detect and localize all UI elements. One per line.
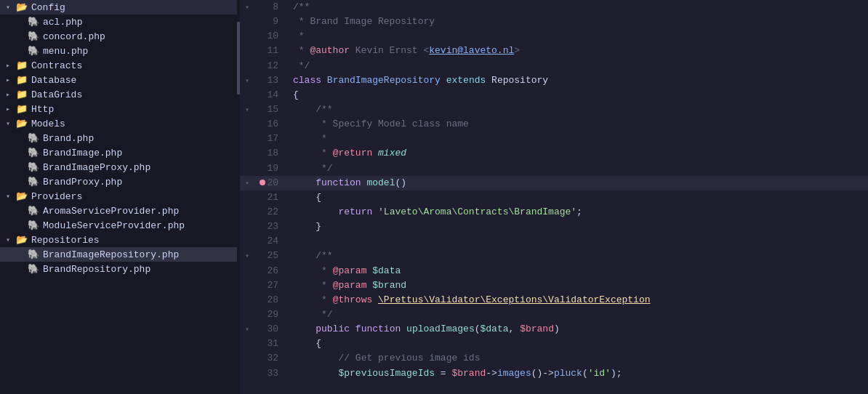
line-number: 16 bbox=[254, 117, 287, 132]
sidebar-item-datagrids-folder[interactable]: ▸ 📁 DataGrids bbox=[0, 87, 240, 102]
code-content: } bbox=[287, 220, 868, 234]
file-label: BrandProxy.php bbox=[43, 177, 240, 188]
arrow-icon: ▸ bbox=[6, 105, 16, 113]
sidebar-item-providers-folder[interactable]: ▾ 📂 Providers bbox=[0, 189, 240, 204]
code-line: 16 * Specify Model class name bbox=[240, 117, 868, 132]
sidebar-item-database-folder[interactable]: ▸ 📁 Database bbox=[0, 73, 240, 87]
sidebar-item-http-folder[interactable]: ▸ 📁 Http bbox=[0, 102, 240, 116]
code-content: * @author Kevin Ernst <kevin@laveto.nl> bbox=[287, 44, 868, 58]
fold-gutter[interactable]: ▾ bbox=[240, 0, 254, 15]
fold-gutter[interactable] bbox=[240, 278, 254, 293]
fold-gutter[interactable] bbox=[240, 366, 254, 381]
fold-gutter[interactable] bbox=[240, 29, 254, 44]
fold-gutter[interactable]: ▾ bbox=[240, 73, 254, 88]
file-icon: 🐘 bbox=[28, 45, 39, 57]
sidebar-item-concord-php[interactable]: 🐘 concord.php bbox=[0, 29, 240, 44]
code-line: 19 */ bbox=[240, 161, 868, 176]
file-label: Brand.php bbox=[43, 133, 240, 144]
code-content: /** bbox=[287, 249, 868, 263]
sidebar-item-aroma-provider[interactable]: 🐘 AromaServiceProvider.php bbox=[0, 204, 240, 218]
sidebar-item-brandimage-php[interactable]: 🐘 BrandImage.php bbox=[0, 145, 240, 160]
fold-gutter[interactable] bbox=[240, 161, 254, 176]
sidebar-item-menu-php[interactable]: 🐘 menu.php bbox=[0, 44, 240, 58]
line-number: 12 bbox=[254, 59, 287, 73]
arrow-icon: ▸ bbox=[6, 76, 16, 84]
code-line: 26 * @param $data bbox=[240, 264, 868, 278]
file-icon: 📂 bbox=[16, 234, 28, 246]
code-content: function model() bbox=[287, 176, 868, 190]
file-label: Config bbox=[31, 2, 240, 13]
file-label: AromaServiceProvider.php bbox=[43, 206, 240, 217]
code-line: 12 */ bbox=[240, 59, 868, 73]
fold-gutter[interactable]: ▾ bbox=[240, 176, 254, 190]
sidebar-item-brandproxy-php[interactable]: 🐘 BrandProxy.php bbox=[0, 174, 240, 189]
sidebar-item-contracts-folder[interactable]: ▸ 📁 Contracts bbox=[0, 58, 240, 73]
file-label: BrandRepository.php bbox=[43, 264, 240, 275]
fold-gutter[interactable] bbox=[240, 307, 254, 322]
fold-arrow-icon[interactable]: ▾ bbox=[245, 326, 249, 334]
fold-gutter[interactable]: ▾ bbox=[240, 322, 254, 337]
file-icon: 🐘 bbox=[28, 132, 39, 144]
fold-arrow-icon[interactable]: ▾ bbox=[245, 252, 249, 260]
line-number: 30 bbox=[254, 322, 287, 337]
line-number: 32 bbox=[254, 351, 287, 366]
code-content: /** bbox=[287, 102, 868, 117]
line-number: 14 bbox=[254, 88, 287, 102]
fold-gutter[interactable] bbox=[240, 220, 254, 234]
breakpoint-dot[interactable] bbox=[260, 180, 265, 185]
fold-gutter[interactable]: ▾ bbox=[240, 249, 254, 263]
fold-gutter[interactable] bbox=[240, 117, 254, 132]
sidebar-item-models-folder[interactable]: ▾ 📂 Models bbox=[0, 116, 240, 131]
file-label: Contracts bbox=[31, 60, 240, 71]
fold-arrow-icon[interactable]: ▾ bbox=[245, 77, 249, 85]
file-label: ModuleServiceProvider.php bbox=[43, 220, 240, 231]
fold-gutter[interactable] bbox=[240, 205, 254, 220]
file-icon: 🐘 bbox=[28, 205, 39, 217]
file-icon: 🐘 bbox=[28, 161, 39, 173]
file-label: BrandImageRepository.php bbox=[43, 249, 240, 260]
code-line: ▾13class BrandImageRepository extends Re… bbox=[240, 73, 868, 88]
code-content: return 'Laveto\Aroma\Contracts\BrandImag… bbox=[287, 205, 868, 220]
file-tree: ▾ 📂 Config 🐘 acl.php 🐘 concord.php 🐘 men… bbox=[0, 0, 240, 394]
file-label: concord.php bbox=[43, 31, 240, 42]
fold-gutter[interactable] bbox=[240, 59, 254, 73]
sidebar-item-config-folder[interactable]: ▾ 📂 Config bbox=[0, 0, 240, 15]
line-number: 26 bbox=[254, 264, 287, 278]
fold-arrow-icon[interactable]: ▾ bbox=[245, 4, 249, 12]
arrow-icon: ▾ bbox=[6, 3, 16, 12]
fold-gutter[interactable] bbox=[240, 351, 254, 366]
sidebar-item-repositories-folder[interactable]: ▾ 📂 Repositories bbox=[0, 233, 240, 247]
fold-gutter[interactable] bbox=[240, 337, 254, 351]
line-number: 9 bbox=[254, 15, 287, 29]
sidebar-item-acl-php[interactable]: 🐘 acl.php bbox=[0, 15, 240, 29]
code-editor[interactable]: ▾8/**9 * Brand Image Repository10 *11 * … bbox=[240, 0, 868, 394]
fold-arrow-icon[interactable]: ▾ bbox=[245, 106, 249, 114]
fold-gutter[interactable] bbox=[240, 132, 254, 146]
fold-gutter[interactable] bbox=[240, 293, 254, 307]
fold-gutter[interactable]: ▾ bbox=[240, 102, 254, 117]
arrow-icon: ▾ bbox=[6, 119, 16, 128]
code-line: 23 } bbox=[240, 220, 868, 234]
sidebar-item-brandimagepropxy-php[interactable]: 🐘 BrandImageProxy.php bbox=[0, 160, 240, 174]
fold-gutter[interactable] bbox=[240, 264, 254, 278]
fold-gutter[interactable] bbox=[240, 88, 254, 102]
line-number: 27 bbox=[254, 278, 287, 293]
fold-gutter[interactable] bbox=[240, 44, 254, 58]
code-content: /** bbox=[287, 0, 868, 15]
code-line: 21 { bbox=[240, 190, 868, 205]
fold-gutter[interactable] bbox=[240, 15, 254, 29]
sidebar-item-brandimage-repo[interactable]: 🐘 BrandImageRepository.php bbox=[0, 247, 240, 262]
sidebar-item-module-provider[interactable]: 🐘 ModuleServiceProvider.php bbox=[0, 218, 240, 233]
fold-gutter[interactable] bbox=[240, 190, 254, 205]
file-label: BrandImageProxy.php bbox=[43, 162, 240, 173]
sidebar-item-brand-php[interactable]: 🐘 Brand.php bbox=[0, 131, 240, 145]
fold-gutter[interactable] bbox=[240, 146, 254, 161]
code-line: 31 { bbox=[240, 337, 868, 351]
sidebar-item-brand-repo[interactable]: 🐘 BrandRepository.php bbox=[0, 262, 240, 276]
fold-arrow-icon[interactable]: ▾ bbox=[245, 180, 249, 188]
arrow-icon: ▸ bbox=[6, 90, 16, 99]
file-label: Database bbox=[31, 75, 240, 86]
line-number: 19 bbox=[254, 161, 287, 176]
fold-gutter[interactable] bbox=[240, 234, 254, 249]
line-number: 15 bbox=[254, 102, 287, 117]
